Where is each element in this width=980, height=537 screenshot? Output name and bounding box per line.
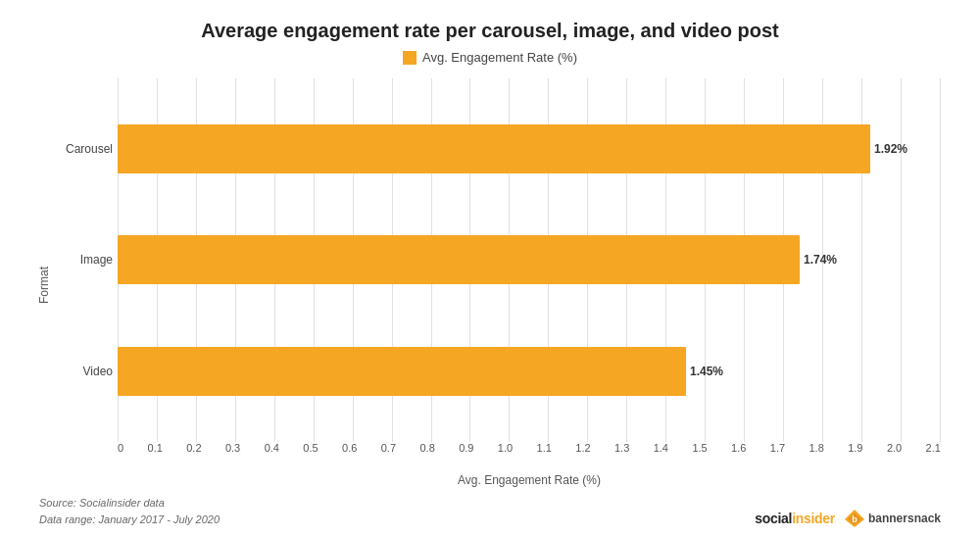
chart-area: Format Carousel1.92%Image1.74%Video1.45%… [29, 78, 951, 491]
bar-fill: 1.74% [118, 235, 800, 284]
legend-color [403, 51, 416, 65]
bar-row: Image1.74% [118, 233, 941, 287]
y-axis-label-container: Format [29, 78, 59, 491]
x-tick: 1.6 [731, 442, 746, 454]
chart-title: Average engagement rate per carousel, im… [201, 20, 778, 42]
bar-row: Carousel1.92% [118, 122, 941, 175]
bar-fill: 1.45% [118, 347, 686, 396]
x-tick: 0.8 [419, 442, 434, 454]
bar-fill: 1.92% [118, 124, 870, 173]
bannersnack-icon: b [845, 510, 864, 527]
bar-value: 1.45% [690, 365, 723, 378]
bar-value: 1.74% [804, 253, 837, 267]
bar-label: Image [54, 253, 113, 267]
x-tick: 1.4 [654, 442, 668, 454]
svg-text:b: b [852, 514, 858, 524]
x-tick: 0.1 [148, 442, 163, 454]
bannersnack-text: bannersnack [868, 512, 941, 525]
x-tick: 1.3 [614, 442, 629, 454]
y-axis-label: Format [37, 266, 51, 303]
x-tick: 0.5 [303, 442, 318, 454]
bar-value: 1.92% [874, 142, 907, 156]
brand-logos: socialinsider b bannersnack [755, 510, 941, 527]
x-tick: 0.9 [459, 442, 473, 454]
x-tick: 1.8 [808, 442, 823, 454]
x-tick: 0.2 [186, 442, 201, 454]
bar-row: Video1.45% [118, 345, 941, 399]
chart-inner: Carousel1.92%Image1.74%Video1.45%00.10.2… [59, 78, 951, 491]
legend-label: Avg. Engagement Rate (%) [422, 50, 577, 65]
x-axis-ticks: 00.10.20.30.40.50.60.70.80.91.01.11.21.3… [118, 442, 941, 471]
bar-label: Video [54, 365, 113, 378]
x-tick: 0.4 [265, 442, 279, 454]
x-tick: 2.0 [887, 442, 902, 454]
x-tick: 1.5 [692, 442, 707, 454]
source-text: Source: Socialinsider data Data range: J… [39, 495, 220, 527]
x-tick: 2.1 [926, 442, 941, 454]
legend: Avg. Engagement Rate (%) [403, 50, 577, 65]
footer: Source: Socialinsider data Data range: J… [29, 495, 951, 527]
x-axis-label: Avg. Engagement Rate (%) [118, 473, 941, 491]
source-line2: Data range: January 2017 - July 2020 [39, 512, 220, 528]
bars-section: Carousel1.92%Image1.74%Video1.45% [118, 78, 941, 442]
x-tick: 1.2 [575, 442, 590, 454]
bannersnack-logo: b bannersnack [845, 510, 941, 527]
x-tick: 0 [118, 442, 123, 454]
source-line1: Source: Socialinsider data [39, 495, 220, 512]
bars-and-grid: Carousel1.92%Image1.74%Video1.45%00.10.2… [118, 78, 941, 471]
bar-label: Carousel [54, 142, 113, 156]
x-tick: 1.9 [848, 442, 862, 454]
x-tick: 0.6 [342, 442, 357, 454]
x-tick: 0.3 [225, 442, 240, 454]
x-tick: 1.7 [770, 442, 785, 454]
x-tick: 0.7 [381, 442, 396, 454]
x-tick: 1.0 [498, 442, 513, 454]
socialinsider-logo: socialinsider [755, 511, 835, 526]
x-tick: 1.1 [537, 442, 552, 454]
